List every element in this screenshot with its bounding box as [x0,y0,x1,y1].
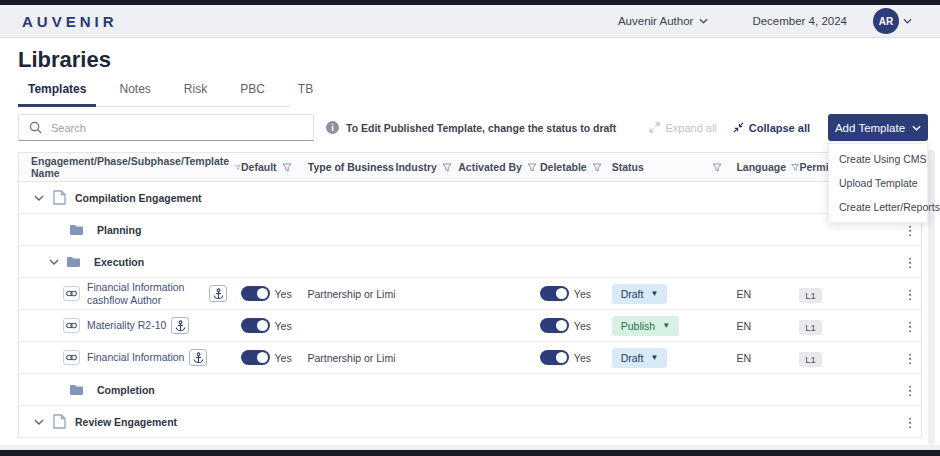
phase-name[interactable]: Completion [97,384,155,396]
template-name[interactable]: Financial Information [87,351,184,364]
filter-icon[interactable] [592,163,602,172]
add-template-label: Add Template [835,122,905,134]
status-select[interactable]: Draft▼ [612,348,668,368]
phase-name[interactable]: Execution [94,256,144,268]
tab-tb[interactable]: TB [288,82,323,106]
anchor-icon[interactable] [171,317,189,334]
deletable-toggle[interactable] [540,286,569,301]
template-name[interactable]: Materiality R2-10 [87,319,166,332]
table-row-execution: Execution ⋮ [18,246,922,278]
column-header-name[interactable]: Engagement/Phase/Subphase/Template Name [19,155,241,179]
table-row-template: Financial Information cashflow Author Ye… [18,278,922,310]
search-input[interactable] [51,122,313,134]
status-select[interactable]: Draft▼ [612,284,668,304]
folder-icon [69,384,84,396]
window-chrome-bottom [0,450,940,456]
table-row-template: Materiality R2-10 Yes Yes Publish▼ EN [18,310,922,342]
row-collapse-chevron-icon[interactable] [49,259,59,265]
row-kebab-menu[interactable]: ⋮ [904,223,917,238]
search-icon [29,121,42,134]
row-kebab-menu[interactable]: ⋮ [904,287,917,302]
info-message: To Edit Published Template, change the s… [346,122,616,134]
row-kebab-menu[interactable]: ⋮ [904,255,917,270]
column-header-type-of-business[interactable]: Type of Business [308,161,396,173]
folder-icon [66,256,81,268]
table-header-row: Engagement/Phase/Subphase/Template Name … [18,152,922,182]
language-value: EN [736,320,799,332]
auvenir-logo: AUVENIR [22,13,118,30]
row-kebab-menu[interactable]: ⋮ [904,415,917,430]
anchor-icon[interactable] [209,285,227,302]
default-toggle[interactable] [241,318,270,333]
language-value: EN [736,352,799,364]
toolbar-actions: Expand all Collapse all Add Template [649,114,928,141]
chevron-down-icon [699,18,708,24]
deletable-toggle[interactable] [540,350,569,365]
default-toggle[interactable] [241,286,270,301]
type-of-business-value: Partnership or Limited [307,352,395,364]
menu-item-create-using-cms[interactable]: Create Using CMS [829,147,927,171]
template-name[interactable]: Financial Information cashflow Author [87,281,201,306]
engagement-name[interactable]: Review Engagement [75,416,177,428]
column-header-activated-by[interactable]: Activated By [458,161,540,173]
deletable-toggle[interactable] [540,318,569,333]
anchor-icon[interactable] [189,349,207,366]
filter-icon[interactable] [527,163,537,172]
expand-all-button[interactable]: Expand all [649,122,716,134]
add-template-dropdown: Create Using CMS Upload Template Create … [828,143,928,223]
chevron-down-icon[interactable] [903,18,912,24]
row-collapse-chevron-icon[interactable] [34,195,44,201]
permission-badge: L1 [799,320,822,335]
folder-icon [69,224,84,236]
info-icon: i [326,121,339,134]
expand-all-label: Expand all [665,122,716,134]
deletable-label: Yes [574,288,591,300]
add-template-button[interactable]: Add Template [828,114,928,141]
menu-item-create-letter-reports[interactable]: Create Letter/Reports [829,195,927,219]
search-box[interactable] [18,114,314,141]
filter-icon[interactable] [442,163,452,172]
menu-item-upload-template[interactable]: Upload Template [829,171,927,195]
column-header-industry[interactable]: Industry [395,161,458,173]
filter-icon[interactable] [712,163,722,172]
link-icon[interactable] [63,318,80,333]
permission-badge: L1 [799,288,822,303]
collapse-all-button[interactable]: Collapse all [733,122,810,134]
tab-templates[interactable]: Templates [18,82,96,107]
default-toggle[interactable] [241,350,270,365]
table-row-planning: Planning ⋮ [18,214,922,246]
templates-table: Engagement/Phase/Subphase/Template Name … [18,152,922,438]
user-role-menu[interactable]: Auvenir Author [618,15,708,27]
status-select[interactable]: Publish▼ [612,316,679,336]
tab-pbc[interactable]: PBC [230,82,275,106]
app-header: AUVENIR Auvenir Author December 4, 2024 … [0,5,940,38]
scrollbar[interactable] [928,150,935,445]
phase-name[interactable]: Planning [97,224,141,236]
row-collapse-chevron-icon[interactable] [34,419,44,425]
column-header-language[interactable]: Language [736,161,799,173]
link-icon[interactable] [63,350,80,365]
table-row-completion: Completion ⋮ [18,374,922,406]
engagement-name[interactable]: Compilation Engagement [75,192,202,204]
row-kebab-menu[interactable]: ⋮ [904,319,917,334]
column-header-deletable[interactable]: Deletable [540,161,612,173]
header-right: Auvenir Author December 4, 2024 AR [618,8,912,34]
column-header-default[interactable]: Default [241,161,308,173]
filter-icon[interactable] [282,163,292,172]
tab-risk[interactable]: Risk [174,82,217,106]
table-row-review-engagement: Review Engagement ⋮ [18,406,922,438]
row-kebab-menu[interactable]: ⋮ [904,351,917,366]
tab-notes[interactable]: Notes [109,82,160,106]
page-title: Libraries [18,47,111,73]
collapse-all-label: Collapse all [749,122,810,134]
chevron-down-icon [912,125,921,131]
chevron-down-icon: ▼ [650,353,658,362]
link-icon[interactable] [63,286,80,301]
avatar[interactable]: AR [873,8,899,34]
column-header-status[interactable]: Status [612,161,737,173]
chevron-down-icon: ▼ [650,289,658,298]
row-kebab-menu[interactable]: ⋮ [904,383,917,398]
tab-bar: Templates Notes Risk PBC TB [18,82,290,107]
filter-icon[interactable] [791,163,799,172]
info-note: i To Edit Published Template, change the… [326,114,616,141]
